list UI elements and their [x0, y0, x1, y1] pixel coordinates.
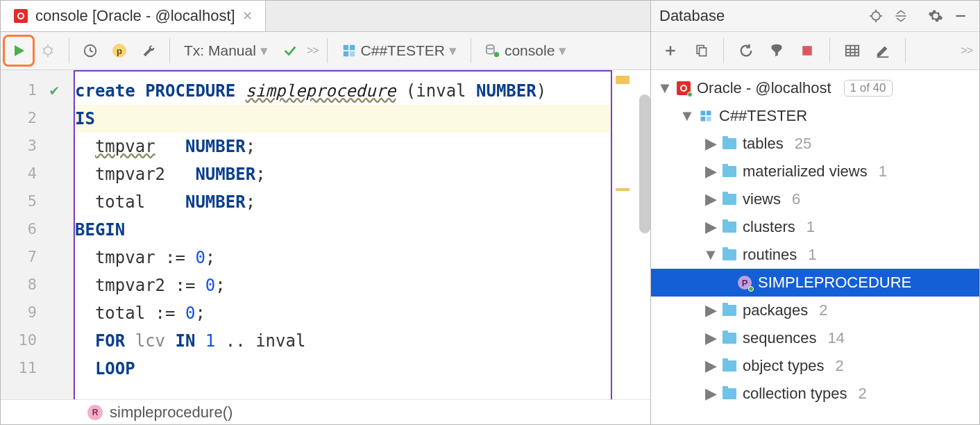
database-panel-header: Database — [651, 1, 979, 32]
svg-point-12 — [487, 45, 494, 49]
datasource-node[interactable]: ▼ Oracle - @localhost 1 of 40 — [651, 74, 979, 102]
views-node[interactable]: ▶ views 6 — [651, 185, 979, 213]
copy-button[interactable] — [688, 38, 713, 63]
database-panel-title: Database — [659, 7, 861, 25]
svg-rect-35 — [701, 117, 706, 122]
expand-arrow-icon[interactable]: ▼ — [659, 79, 670, 97]
colltypes-node[interactable]: ▶ collection types 2 — [651, 380, 979, 408]
collapse-icon[interactable] — [890, 6, 911, 26]
schema-label: C##TESTER — [361, 42, 445, 59]
routine-label: SIMPLEPROCEDURE — [758, 274, 911, 292]
scrollbar-thumb[interactable] — [639, 94, 650, 233]
editor-tab-bar: console [Oracle - @localhost] ✕ — [1, 1, 650, 32]
chevron-down-icon: ▾ — [449, 42, 457, 59]
warning-marker[interactable] — [616, 76, 630, 84]
p-button[interactable]: p — [107, 38, 132, 63]
chevron-down-icon: ▾ — [559, 42, 566, 59]
settings-wrench-button[interactable] — [136, 38, 161, 63]
folder-icon — [722, 138, 737, 149]
filter-button[interactable] — [764, 38, 789, 63]
svg-rect-36 — [707, 117, 711, 122]
run-button[interactable] — [6, 38, 31, 63]
console-icon — [485, 43, 500, 58]
svg-point-13 — [494, 52, 499, 57]
breadcrumb-label: simpleprocedure() — [110, 403, 233, 422]
add-button[interactable] — [658, 38, 683, 63]
close-tab-icon[interactable]: ✕ — [242, 8, 253, 24]
overflow-icon[interactable]: >> — [961, 44, 972, 57]
svg-rect-24 — [700, 48, 707, 56]
commit-button[interactable] — [278, 38, 303, 63]
minimize-icon[interactable] — [950, 6, 971, 26]
oracle-icon — [676, 81, 691, 95]
target-icon[interactable] — [865, 6, 886, 26]
svg-rect-10 — [343, 51, 348, 56]
svg-rect-27 — [846, 46, 859, 56]
refresh-button[interactable] — [734, 38, 759, 63]
overflow-icon[interactable]: >> — [307, 44, 319, 57]
line-gutter: 1✔ 2 3 4 5 6 7 8 9 10 11 — [1, 70, 74, 399]
marker-strip — [612, 70, 650, 399]
breadcrumb: R simpleprocedure() — [1, 399, 650, 424]
svg-point-14 — [872, 12, 880, 20]
history-button[interactable] — [78, 38, 103, 63]
schema-label: C##TESTER — [719, 107, 807, 125]
svg-rect-9 — [349, 45, 354, 50]
schema-node[interactable]: ▼ C##TESTER — [651, 102, 979, 130]
database-tree[interactable]: ▼ Oracle - @localhost 1 of 40 ▼ C##TESTE… — [651, 70, 979, 424]
code-content[interactable]: create PROCEDURE simpleprocedure (inval … — [74, 70, 612, 399]
database-toolbar: >> — [651, 32, 979, 70]
routines-node[interactable]: ▼ routines 1 — [651, 241, 979, 269]
expand-arrow-icon[interactable]: ▼ — [682, 107, 693, 125]
svg-rect-33 — [701, 111, 706, 116]
expand-arrow-icon[interactable]: ▼ — [705, 246, 716, 264]
tables-node[interactable]: ▶ tables 25 — [651, 130, 979, 158]
svg-rect-8 — [343, 45, 348, 50]
schema-icon — [341, 43, 357, 58]
packages-node[interactable]: ▶ packages 2 — [651, 297, 979, 324]
oracle-icon — [13, 8, 28, 24]
stop-button[interactable] — [795, 38, 820, 63]
procedure-icon: P — [737, 276, 752, 290]
svg-rect-26 — [802, 46, 812, 56]
tab-label: console [Oracle - @localhost] — [35, 7, 235, 25]
tx-mode-selector[interactable]: Tx: Manual ▾ — [178, 42, 273, 59]
svg-rect-34 — [707, 111, 711, 116]
expand-arrow-icon[interactable]: ▶ — [705, 135, 716, 153]
datasource-badge: 1 of 40 — [844, 80, 893, 97]
gear-icon[interactable] — [925, 6, 946, 26]
editor-tab[interactable]: console [Oracle - @localhost] ✕ — [1, 1, 266, 31]
code-editor[interactable]: 1✔ 2 3 4 5 6 7 8 9 10 11 create PROCEDUR… — [1, 70, 650, 399]
tx-label: Tx: Manual — [184, 42, 256, 59]
routine-icon: R — [87, 405, 103, 420]
objtypes-node[interactable]: ▶ object types 2 — [651, 352, 979, 380]
edit-button[interactable] — [870, 38, 895, 63]
schema-icon — [698, 109, 713, 123]
session-selector[interactable]: console ▾ — [480, 42, 572, 59]
table-view-button[interactable] — [840, 38, 865, 63]
matviews-node[interactable]: ▶ materialized views 1 — [651, 158, 979, 185]
clusters-node[interactable]: ▶ clusters 1 — [651, 213, 979, 241]
editor-toolbar: p Tx: Manual ▾ >> C##TESTER ▾ — [1, 32, 650, 70]
schema-selector[interactable]: C##TESTER ▾ — [336, 42, 462, 59]
session-label: console — [505, 42, 555, 59]
debug-button[interactable] — [35, 38, 60, 63]
line-marker[interactable] — [616, 188, 630, 191]
chevron-down-icon: ▾ — [260, 42, 268, 59]
datasource-label: Oracle - @localhost — [697, 79, 831, 97]
sequences-node[interactable]: ▶ sequences 14 — [651, 324, 979, 352]
svg-rect-11 — [349, 51, 354, 56]
svg-point-0 — [44, 47, 52, 55]
routine-item[interactable]: P SIMPLEPROCEDURE — [651, 269, 979, 297]
